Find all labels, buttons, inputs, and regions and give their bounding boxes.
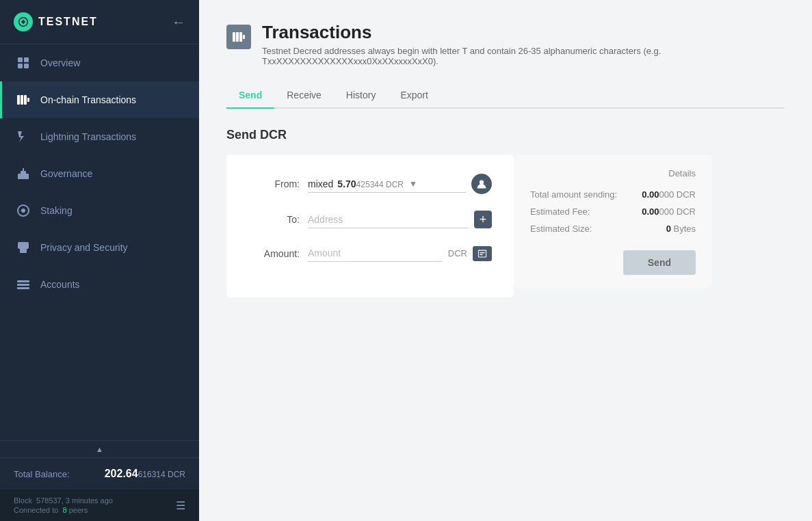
sidebar-item-governance[interactable]: Governance	[0, 155, 199, 192]
sidebar: TESTNET ← Overview On-chain Transactions…	[0, 0, 199, 521]
from-label: From:	[248, 178, 300, 189]
svg-rect-21	[17, 284, 29, 286]
svg-rect-14	[27, 176, 29, 179]
sidebar-item-lightning-label: Lightning Transactions	[40, 131, 136, 142]
peers-line: Connected to 8 peers	[14, 506, 113, 514]
block-info: Block 578537, 3 minutes ago Connected to…	[14, 496, 113, 514]
svg-rect-12	[18, 176, 20, 179]
address-input[interactable]	[308, 211, 469, 228]
tab-history[interactable]: History	[334, 83, 389, 109]
page-header: Transactions Testnet Decred addresses al…	[226, 22, 785, 66]
send-button-container: Send	[530, 250, 696, 275]
svg-rect-28	[478, 250, 486, 257]
staking-icon	[16, 203, 31, 218]
fee-big: 0.00	[642, 206, 659, 217]
max-amount-button[interactable]	[473, 246, 492, 261]
total-sending-small: 000 DCR	[659, 189, 696, 200]
details-title: Details	[530, 168, 696, 178]
amount-row: Amount: DCR	[248, 245, 492, 262]
to-row: To: +	[248, 211, 492, 228]
tab-receive[interactable]: Receive	[274, 83, 334, 109]
size-row: Estimated Size: 0 Bytes	[530, 224, 696, 234]
sidebar-item-lightning-transactions[interactable]: Lightning Transactions	[0, 118, 199, 155]
sidebar-item-privacy-security[interactable]: Privacy and Security	[0, 229, 199, 266]
sidebar-footer: ▲ Total Balance: 202.64616314 DCR Block …	[0, 440, 199, 521]
add-address-button[interactable]: +	[474, 211, 492, 228]
from-account-select[interactable]: mixed 5.70425344 DCR ▼	[308, 176, 466, 193]
amount-field-group: DCR	[308, 245, 492, 262]
block-line: Block 578537, 3 minutes ago	[14, 496, 113, 505]
total-balance-small: 616314 DCR	[138, 470, 185, 479]
svg-rect-7	[24, 95, 27, 105]
block-number: 578537	[36, 496, 62, 505]
svg-rect-22	[17, 287, 29, 289]
svg-rect-5	[17, 95, 20, 105]
size-number: 0	[666, 224, 671, 234]
page-icon	[226, 25, 251, 49]
sidebar-item-on-chain-label: On-chain Transactions	[40, 94, 136, 105]
tab-send[interactable]: Send	[226, 83, 274, 109]
page-title: Transactions	[262, 22, 785, 43]
from-account-name: mixed	[308, 178, 333, 189]
privacy-icon	[16, 240, 31, 255]
svg-rect-8	[27, 98, 29, 102]
total-sending-value: 0.00000 DCR	[642, 189, 696, 200]
sidebar-item-staking[interactable]: Staking	[0, 192, 199, 229]
settings-icon[interactable]: ☰	[176, 499, 185, 512]
svg-rect-3	[18, 64, 23, 68]
from-field-group: mixed 5.70425344 DCR ▼	[308, 174, 492, 194]
svg-rect-13	[23, 176, 25, 179]
svg-rect-26	[243, 35, 245, 39]
fee-value: 0.00000 DCR	[642, 206, 696, 217]
sidebar-item-governance-label: Governance	[40, 168, 92, 179]
svg-rect-1	[18, 57, 23, 62]
status-bar: Block 578537, 3 minutes ago Connected to…	[0, 490, 199, 521]
total-balance-row: Total Balance: 202.64616314 DCR	[0, 458, 199, 490]
sidebar-item-on-chain-transactions[interactable]: On-chain Transactions	[0, 81, 199, 118]
tab-export[interactable]: Export	[388, 83, 440, 109]
sidebar-item-staking-label: Staking	[40, 205, 73, 216]
svg-rect-24	[236, 32, 239, 42]
svg-rect-11	[23, 168, 24, 172]
svg-rect-6	[21, 95, 23, 105]
fee-row: Estimated Fee: 0.00000 DCR	[530, 206, 696, 217]
back-button[interactable]: ←	[172, 14, 185, 30]
sidebar-item-privacy-label: Privacy and Security	[40, 242, 128, 253]
overview-icon	[16, 55, 31, 70]
block-time: , 3 minutes ago	[62, 496, 113, 505]
connected-label: Connected to	[14, 506, 58, 514]
send-form-container: From: mixed 5.70425344 DCR ▼ To	[226, 155, 785, 297]
sidebar-item-accounts[interactable]: Accounts	[0, 266, 199, 303]
block-label: Block	[14, 496, 32, 505]
sidebar-item-accounts-label: Accounts	[40, 279, 80, 290]
size-value: 0 Bytes	[666, 224, 696, 234]
from-balance-big: 5.70	[337, 178, 356, 189]
total-balance-big: 202.64	[105, 468, 138, 479]
collapse-button[interactable]: ▲	[0, 441, 199, 457]
address-book-button[interactable]	[471, 174, 492, 194]
from-balance-small: 425344 DCR	[356, 180, 404, 189]
accounts-icon	[16, 277, 31, 292]
from-row: From: mixed 5.70425344 DCR ▼	[248, 174, 492, 194]
page-header-text: Transactions Testnet Decred addresses al…	[262, 22, 785, 66]
svg-rect-30	[480, 254, 483, 254]
total-sending-row: Total amount sending: 0.00000 DCR	[530, 189, 696, 200]
send-button[interactable]: Send	[623, 250, 696, 275]
svg-point-16	[21, 209, 25, 213]
total-sending-big: 0.00	[642, 189, 659, 200]
total-balance-label: Total Balance:	[14, 469, 70, 479]
peers-label: peers	[67, 506, 88, 514]
lightning-icon	[16, 129, 31, 144]
page-description: Testnet Decred addresses always begin wi…	[262, 46, 785, 66]
size-label: Estimated Size:	[530, 224, 592, 234]
total-balance-amount: 202.64616314 DCR	[105, 468, 185, 480]
svg-rect-2	[24, 57, 29, 62]
app-name: TESTNET	[38, 16, 98, 28]
svg-rect-19	[22, 248, 25, 252]
amount-input[interactable]	[308, 245, 443, 262]
fee-small: 000 DCR	[659, 206, 696, 217]
sidebar-item-overview[interactable]: Overview	[0, 44, 199, 81]
svg-rect-23	[233, 32, 235, 42]
send-form-card: From: mixed 5.70425344 DCR ▼ To	[226, 155, 514, 297]
tab-bar: Send Receive History Export	[226, 83, 785, 109]
